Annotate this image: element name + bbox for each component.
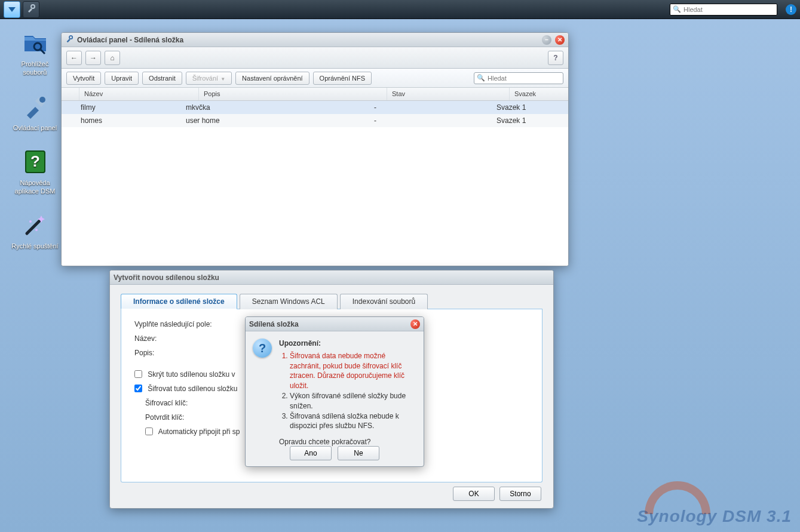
taskbar-search[interactable]: 🔍 [670, 4, 777, 16]
permissions-button[interactable]: Nastavení oprávnění [235, 72, 309, 85]
svg-point-4 [39, 97, 45, 103]
table-body: filmy mkvčka - Svazek 1 homes user home … [62, 101, 568, 266]
search-icon: 🔍 [477, 74, 485, 82]
column-name[interactable]: Název [79, 88, 199, 100]
tools-icon [65, 35, 73, 45]
wand-icon [21, 211, 50, 239]
nfs-permissions-button[interactable]: Oprávnění NFS [313, 72, 372, 85]
window-title: Ovládací panel - Sdílená složka [77, 36, 183, 44]
automount-checkbox[interactable] [145, 428, 153, 435]
svg-point-9 [29, 220, 32, 223]
ok-button[interactable]: OK [453, 487, 495, 501]
nav-toolbar: ← → ⌂ ? [62, 47, 568, 69]
question-icon: ? [253, 339, 272, 358]
hide-checkbox[interactable] [134, 370, 142, 378]
svg-point-1 [31, 5, 35, 8]
column-status[interactable]: Stav [387, 88, 510, 100]
desktop-icon-file-browser[interactable]: Prohlížeč souborů [10, 29, 60, 77]
table-row[interactable]: filmy mkvčka - Svazek 1 [62, 101, 568, 114]
cancel-button[interactable]: Storno [499, 487, 541, 501]
folder-search-icon [21, 29, 50, 57]
svg-line-8 [27, 219, 41, 233]
home-icon: ⌂ [110, 54, 114, 62]
tools-icon [21, 93, 50, 121]
desktop-icon-quickstart[interactable]: Rychlé spuštění [10, 211, 60, 250]
svg-point-11 [69, 36, 72, 39]
tabbar: Informace o sdílené složce Seznam Window… [121, 293, 542, 309]
control-panel-window: Ovládací panel - Sdílená složka – ✕ ← → … [61, 32, 569, 266]
toolbar-search-input[interactable] [488, 75, 560, 82]
dialog-title: Vytvořit novou sdílenou složku [114, 273, 219, 282]
back-button[interactable]: ← [66, 51, 82, 65]
tab-info[interactable]: Informace o sdílené složce [121, 294, 237, 309]
desktop-icon-control-panel[interactable]: Ovládací panel [10, 93, 60, 132]
no-button[interactable]: Ne [338, 446, 379, 460]
forward-button[interactable]: → [85, 51, 101, 65]
watermark-arc [645, 481, 710, 514]
desktop-icon-label: Ovládací panel [13, 124, 57, 131]
desktop-icon-label: Rychlé spuštění [11, 242, 58, 250]
table-row[interactable]: homes user home - Svazek 1 [62, 114, 568, 127]
toolbar-search[interactable]: 🔍 [474, 72, 563, 84]
chevron-down-icon: ▼ [220, 76, 225, 82]
svg-point-10 [35, 229, 38, 231]
dialog-titlebar[interactable]: Sdílená složka ✕ [246, 317, 424, 331]
tools-icon [26, 4, 36, 15]
minimize-button[interactable]: – [542, 35, 551, 45]
dialog-title: Sdílená složka [249, 320, 299, 328]
create-button[interactable]: Vytvořit [66, 72, 101, 85]
encrypt-checkbox[interactable] [134, 385, 142, 392]
svg-marker-0 [8, 7, 16, 12]
home-button[interactable]: ⌂ [105, 51, 120, 65]
svg-text:?: ? [30, 152, 40, 170]
taskbar-search-input[interactable] [683, 6, 774, 13]
window-titlebar[interactable]: Ovládací panel - Sdílená složka – ✕ [62, 33, 568, 47]
action-toolbar: Vytvořit Upravit Odstranit Šifrování▼ Na… [62, 69, 568, 88]
close-button[interactable]: ✕ [555, 35, 565, 45]
table-header: Název Popis Stav Svazek [62, 88, 568, 101]
help-button[interactable]: ? [548, 51, 563, 65]
desktop-icon-label: Prohlížeč souborů [22, 60, 49, 76]
arrow-down-icon [8, 7, 16, 13]
tab-acl[interactable]: Seznam Windows ACL [240, 294, 338, 309]
taskbar: 🔍 ! [0, 0, 800, 19]
dialog-titlebar[interactable]: Vytvořit novou sdílenou složku [110, 270, 553, 285]
taskbar-control-panel-button[interactable] [23, 1, 39, 18]
desktop-icon-label: Nápověda aplikace DSM [15, 179, 56, 195]
warning-dialog: Sdílená složka ✕ ? Upozornění: Šifrovaná… [245, 316, 424, 467]
close-button[interactable]: ✕ [410, 319, 420, 329]
notification-icon[interactable]: ! [786, 4, 796, 15]
column-desc[interactable]: Popis [199, 88, 387, 100]
column-volume[interactable]: Svazek [510, 88, 568, 100]
help-icon: ? [21, 147, 50, 176]
desktop-icon-help[interactable]: ? Nápověda aplikace DSM [10, 147, 60, 196]
encrypt-dropdown[interactable]: Šifrování▼ [186, 72, 232, 85]
start-menu-button[interactable] [4, 1, 20, 18]
remove-button[interactable]: Odstranit [142, 72, 182, 85]
desktop-icons: Prohlížeč souborů Ovládací panel ? Nápov… [10, 29, 60, 251]
search-icon: 🔍 [673, 5, 681, 13]
tab-indexing[interactable]: Indexování souborů [340, 294, 428, 309]
yes-button[interactable]: Ano [290, 446, 332, 460]
edit-button[interactable]: Upravit [105, 72, 139, 85]
warning-text: Upozornění: Šifrovaná data nebude možné … [279, 339, 416, 447]
